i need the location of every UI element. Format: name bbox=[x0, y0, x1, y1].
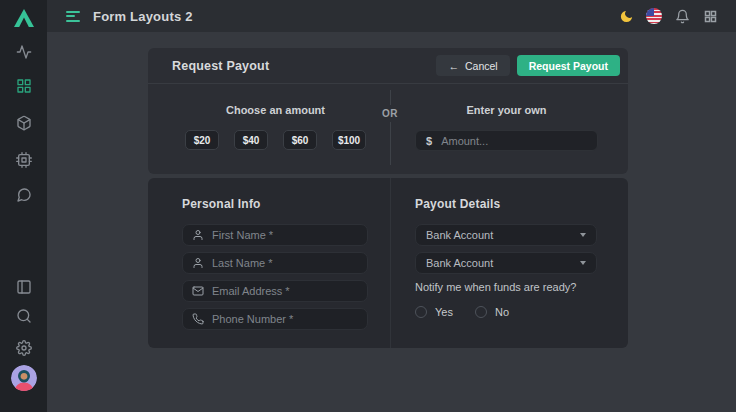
email-input[interactable] bbox=[212, 285, 358, 297]
activity-icon[interactable] bbox=[16, 44, 32, 60]
user-avatar[interactable] bbox=[11, 365, 37, 391]
back-arrow-icon: ← bbox=[448, 60, 459, 72]
details-card: Personal Info Payout Details Bank Accoun… bbox=[148, 178, 628, 348]
personal-info-column: Personal Info bbox=[148, 178, 390, 348]
user-icon bbox=[192, 257, 204, 269]
phone-field[interactable] bbox=[182, 308, 368, 330]
cpu-icon[interactable] bbox=[16, 152, 32, 168]
last-name-field[interactable] bbox=[182, 252, 368, 274]
box-icon[interactable] bbox=[16, 115, 32, 131]
menu-toggle-icon[interactable] bbox=[66, 11, 80, 22]
card-header: Request Payout ← Cancel Request Payout bbox=[148, 48, 628, 84]
mail-icon bbox=[192, 285, 204, 297]
sidebar bbox=[0, 0, 47, 412]
us-flag-icon[interactable] bbox=[646, 8, 662, 24]
email-field[interactable] bbox=[182, 280, 368, 302]
search-icon[interactable] bbox=[16, 308, 32, 324]
vertical-divider bbox=[390, 90, 391, 165]
bank-account-select-1[interactable]: Bank Account bbox=[415, 224, 597, 246]
phone-icon bbox=[192, 313, 204, 325]
chevron-down-icon bbox=[580, 261, 586, 265]
first-name-input[interactable] bbox=[212, 229, 358, 241]
page-title: Form Layouts 2 bbox=[93, 9, 193, 24]
radio-no[interactable]: No bbox=[475, 306, 509, 318]
amount-presets: $20 $40 $60 $100 bbox=[185, 130, 366, 150]
top-header: Form Layouts 2 bbox=[47, 0, 736, 32]
card-title: Request Payout bbox=[172, 59, 269, 73]
chevron-down-icon bbox=[580, 233, 586, 237]
payout-details-column: Payout Details Bank Account Bank Account… bbox=[390, 178, 628, 348]
radio-circle-icon[interactable] bbox=[475, 306, 487, 318]
grid-icon[interactable] bbox=[16, 78, 32, 94]
user-icon bbox=[192, 229, 204, 241]
notify-radio-group: Yes No bbox=[415, 306, 597, 318]
notify-label: Notify me when funds are ready? bbox=[415, 281, 597, 293]
or-label: OR bbox=[381, 105, 399, 122]
amount-section: Choose an amount $20 $40 $60 $100 OR Ent… bbox=[148, 84, 628, 173]
custom-amount-field[interactable]: $ bbox=[415, 130, 598, 151]
chat-icon[interactable] bbox=[16, 187, 32, 203]
cancel-button[interactable]: ← Cancel bbox=[436, 55, 509, 76]
last-name-input[interactable] bbox=[212, 257, 358, 269]
moon-icon[interactable] bbox=[618, 8, 634, 24]
enter-your-own-label: Enter your own bbox=[415, 104, 598, 116]
preset-40-button[interactable]: $40 bbox=[234, 130, 268, 150]
settings-icon[interactable] bbox=[16, 340, 32, 356]
brand-logo-icon[interactable] bbox=[13, 8, 35, 32]
choose-amount-label: Choose an amount bbox=[185, 104, 366, 116]
amount-input[interactable] bbox=[441, 135, 587, 147]
phone-input[interactable] bbox=[212, 313, 358, 325]
dollar-icon: $ bbox=[426, 135, 432, 147]
preset-100-button[interactable]: $100 bbox=[332, 130, 366, 150]
request-payout-card: Request Payout ← Cancel Request Payout C… bbox=[148, 48, 628, 174]
layout-icon[interactable] bbox=[16, 279, 32, 295]
request-payout-button[interactable]: Request Payout bbox=[517, 55, 620, 76]
apps-icon[interactable] bbox=[702, 8, 718, 24]
personal-info-heading: Personal Info bbox=[182, 197, 368, 211]
radio-circle-icon[interactable] bbox=[415, 306, 427, 318]
radio-yes[interactable]: Yes bbox=[415, 306, 453, 318]
first-name-field[interactable] bbox=[182, 224, 368, 246]
payout-details-heading: Payout Details bbox=[415, 197, 597, 211]
bell-icon[interactable] bbox=[674, 8, 690, 24]
preset-20-button[interactable]: $20 bbox=[185, 130, 219, 150]
preset-60-button[interactable]: $60 bbox=[283, 130, 317, 150]
bank-account-select-2[interactable]: Bank Account bbox=[415, 252, 597, 274]
